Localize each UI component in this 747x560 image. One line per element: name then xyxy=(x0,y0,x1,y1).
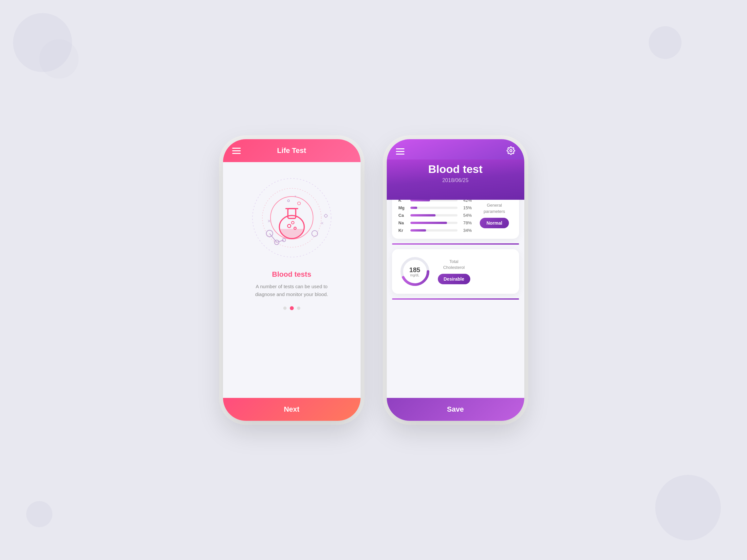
donut-chart: 185 mg/dL xyxy=(398,255,431,288)
flask-illustration: × ✕ × xyxy=(246,172,338,264)
svg-point-8 xyxy=(291,221,294,224)
param-bar-mg xyxy=(410,207,458,209)
svg-point-21 xyxy=(510,150,512,152)
svg-point-6 xyxy=(287,224,291,228)
svg-point-7 xyxy=(294,227,296,230)
svg-point-10 xyxy=(287,200,289,202)
left-header: Life Test xyxy=(223,139,361,162)
divider-bar-1 xyxy=(392,243,519,245)
settings-icon[interactable] xyxy=(507,146,515,156)
svg-text:×: × xyxy=(320,221,324,226)
param-row-na: Na 78% xyxy=(398,221,472,225)
cholesterol-value: 185 xyxy=(409,266,420,274)
param-row-kr: Kr 34% xyxy=(398,228,472,233)
svg-rect-4 xyxy=(288,209,296,219)
param-pct-kr: 34% xyxy=(460,228,472,233)
param-pct-mg: 15% xyxy=(460,205,472,210)
donut-center: 185 mg/dL xyxy=(409,266,420,277)
cholesterol-label: TotalCholesterol xyxy=(443,259,465,271)
param-bar-na xyxy=(410,222,458,224)
save-button[interactable]: Save xyxy=(387,398,524,421)
param-row-k: K 42% xyxy=(398,200,472,203)
param-label-ca: Ca xyxy=(398,213,408,218)
next-button[interactable]: Next xyxy=(223,398,361,421)
svg-line-13 xyxy=(269,233,277,242)
param-row-mg: Mg 15% xyxy=(398,205,472,210)
param-pct-ca: 54% xyxy=(460,213,472,218)
param-label-mg: Mg xyxy=(398,205,408,210)
dot-2[interactable] xyxy=(290,306,294,310)
dot-3[interactable] xyxy=(297,307,300,310)
pagination-dots xyxy=(283,306,300,310)
blood-test-date: 2018/06/25 xyxy=(396,178,515,183)
section-description: A number of tests can be used to diagnos… xyxy=(253,283,331,298)
svg-point-9 xyxy=(298,202,300,205)
general-params-card: K 42% Mg 15% xyxy=(392,200,519,239)
app-title: Life Test xyxy=(277,146,306,155)
svg-text:✕: ✕ xyxy=(267,219,271,224)
cholesterol-right-section: TotalCholesterol Desirable xyxy=(438,259,470,284)
svg-rect-20 xyxy=(324,214,328,218)
right-body: K 42% Mg 15% xyxy=(387,200,524,398)
desirable-badge[interactable]: Desirable xyxy=(438,274,470,284)
param-label-na: Na xyxy=(398,221,408,225)
param-label-k: K xyxy=(398,200,408,203)
params-right-section: Generalparameters Normal xyxy=(476,202,513,228)
right-top-bar xyxy=(387,139,524,159)
param-bar-ca xyxy=(410,214,458,217)
param-pct-na: 78% xyxy=(460,221,472,225)
param-pct-k: 42% xyxy=(460,200,472,203)
normal-badge[interactable]: Normal xyxy=(480,218,509,228)
cholesterol-unit: mg/dL xyxy=(409,274,420,277)
hamburger-icon[interactable] xyxy=(396,148,405,155)
left-phone: Life Test xyxy=(223,139,361,421)
dot-1[interactable] xyxy=(283,307,287,310)
right-phone: Blood test 2018/06/25 K 42% xyxy=(387,139,524,421)
param-bar-kr xyxy=(410,229,458,232)
general-params-label: Generalparameters xyxy=(484,202,505,214)
hamburger-menu-button[interactable] xyxy=(232,148,241,154)
svg-text:×: × xyxy=(294,195,297,198)
param-row-ca: Ca 54% xyxy=(398,213,472,218)
param-label-kr: Kr xyxy=(398,228,408,233)
right-hero: Blood test 2018/06/25 xyxy=(387,159,524,200)
param-bar-k xyxy=(410,200,458,201)
blood-test-title: Blood test xyxy=(396,163,515,176)
cholesterol-card: 185 mg/dL TotalCholesterol Desirable xyxy=(392,249,519,294)
next-label: Next xyxy=(284,405,300,414)
divider-bar-2 xyxy=(392,298,519,300)
section-title: Blood tests xyxy=(272,270,311,279)
phones-container: Life Test xyxy=(223,139,524,421)
svg-point-0 xyxy=(253,178,331,257)
save-label: Save xyxy=(447,405,464,414)
params-list: K 42% Mg 15% xyxy=(398,200,472,233)
left-body: × ✕ × Blood tests A number of tests can … xyxy=(223,162,361,398)
